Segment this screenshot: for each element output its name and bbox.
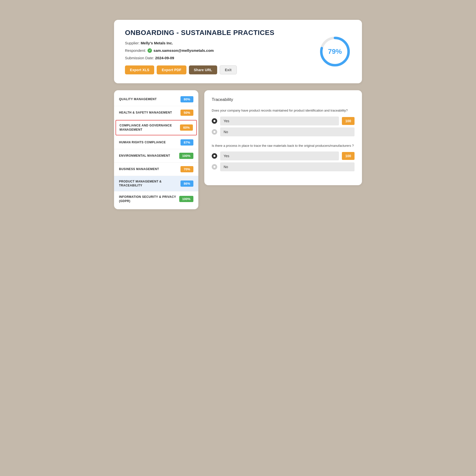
score-badge: 87% (180, 139, 193, 146)
category-row[interactable]: ENVIRONMENTAL MANAGEMENT 100% (114, 149, 198, 163)
header-info: ONBOARDING - SUSTAINABLE PRACTICES Suppl… (125, 29, 319, 74)
radio-inner (213, 166, 215, 168)
verified-icon: ✓ (148, 48, 152, 53)
donut-score-label: 79% (328, 48, 342, 56)
page-title: ONBOARDING - SUSTAINABLE PRACTICES (125, 29, 319, 37)
categories-card: QUALITY MANAGEMENT 80% HEALTH & SAFETY M… (114, 90, 198, 209)
respondent-row: Respondent: ✓ sam.samsson@mellysmetals.c… (125, 48, 319, 54)
category-row[interactable]: QUALITY MANAGEMENT 80% (114, 93, 198, 106)
answer-option[interactable]: No (212, 127, 355, 136)
answer-score: 100 (342, 152, 355, 160)
category-row[interactable]: COMPLIANCE AND GOVERNANCE MANAGEMENT 60% (116, 120, 197, 135)
radio-inner (213, 120, 215, 122)
score-badge: 70% (180, 166, 193, 172)
radio-button[interactable] (212, 164, 217, 170)
bottom-section: QUALITY MANAGEMENT 80% HEALTH & SAFETY M… (114, 90, 362, 209)
question-block: Does your company have product records m… (212, 108, 355, 136)
answer-bar: Yes (220, 117, 339, 125)
category-label: COMPLIANCE AND GOVERNANCE MANAGEMENT (119, 123, 177, 132)
submission-label: Submission Date: (125, 56, 154, 60)
action-buttons: Export XLS Export PDF Share URL Exit (125, 65, 319, 74)
category-row[interactable]: PRODUCT MANAGEMENT & TRACEABILITY 86% (114, 176, 198, 192)
category-label: QUALITY MANAGEMENT (119, 97, 178, 101)
respondent-label: Respondent: (125, 48, 146, 54)
category-row[interactable]: HEALTH & SAFETY MANAGEMENT 50% (114, 106, 198, 119)
category-label: BUSINESS MANAGEMENT (119, 167, 178, 171)
answer-option[interactable]: Yes 100 (212, 117, 355, 125)
share-url-button[interactable]: Share URL (189, 65, 217, 74)
question-text: Does your company have product records m… (212, 108, 355, 113)
answer-bar: Yes (220, 151, 339, 160)
score-badge: 100% (179, 196, 193, 202)
header-card: ONBOARDING - SUSTAINABLE PRACTICES Suppl… (114, 20, 362, 83)
category-row[interactable]: BUSINESS MANAGEMENT 70% (114, 163, 198, 176)
answer-option[interactable]: Yes 100 (212, 151, 355, 160)
page-wrapper: ONBOARDING - SUSTAINABLE PRACTICES Suppl… (114, 20, 362, 209)
question-block: Is there a process in place to trace the… (212, 143, 355, 172)
questions-list: Does your company have product records m… (212, 108, 355, 171)
category-label: ENVIRONMENTAL MANAGEMENT (119, 154, 176, 158)
answer-score: 100 (342, 117, 355, 125)
radio-button[interactable] (212, 153, 217, 159)
section-title: Traceability (212, 97, 355, 102)
question-text: Is there a process in place to trace the… (212, 143, 355, 148)
radio-button[interactable] (212, 129, 217, 135)
supplier-name: Melly's Metals Inc. (141, 41, 173, 45)
answer-bar: No (220, 127, 355, 136)
score-badge: 100% (179, 153, 193, 159)
score-badge: 86% (180, 180, 193, 187)
category-label: PRODUCT MANAGEMENT & TRACEABILITY (119, 179, 178, 188)
radio-inner (213, 155, 215, 157)
score-badge: 80% (180, 96, 193, 102)
category-label: HEALTH & SAFETY MANAGEMENT (119, 111, 178, 115)
score-badge: 50% (180, 110, 193, 116)
export-pdf-button[interactable]: Export PDF (157, 65, 186, 74)
answer-option[interactable]: No (212, 162, 355, 171)
exit-button[interactable]: Exit (220, 65, 237, 74)
submission-row: Submission Date: 2024-09-09 (125, 55, 319, 61)
score-badge: 60% (180, 124, 193, 131)
detail-card: Traceability Does your company have prod… (204, 90, 362, 185)
supplier-row: Supplier: Melly's Metals Inc. (125, 40, 319, 46)
score-donut-chart: 79% (319, 35, 351, 68)
answer-bar: No (220, 162, 355, 171)
category-row[interactable]: HUMAN RIGHTS COMPLIANCE 87% (114, 136, 198, 149)
supplier-label: Supplier: (125, 41, 140, 45)
radio-inner (213, 131, 215, 133)
category-label: INFORMATION SECURITY & PRIVACY (GDPR) (119, 195, 176, 203)
submission-date: 2024-09-09 (155, 56, 174, 60)
radio-button[interactable] (212, 118, 217, 124)
export-xls-button[interactable]: Export XLS (125, 65, 154, 74)
category-row[interactable]: INFORMATION SECURITY & PRIVACY (GDPR) 10… (114, 191, 198, 207)
category-label: HUMAN RIGHTS COMPLIANCE (119, 140, 178, 145)
respondent-email: sam.samsson@mellysmetals.com (153, 48, 214, 54)
